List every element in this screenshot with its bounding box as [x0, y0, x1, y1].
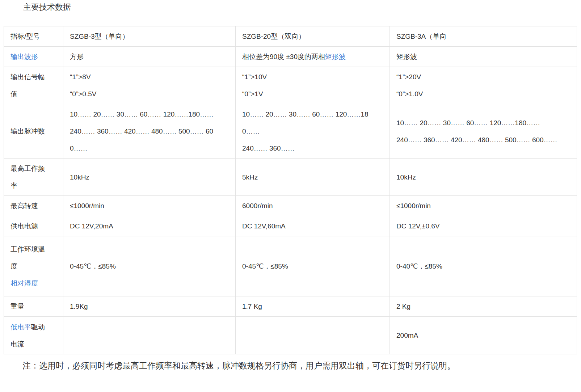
cell-max-frequency-szgb3a: 10kHz	[390, 159, 577, 196]
cell-weight-szgb20: 1.7 Kg	[236, 296, 390, 317]
cell-environment-szgb3: 0-45℃，≤85%	[63, 236, 236, 296]
header-szgb20: SZGB-20型（双向）	[236, 26, 390, 47]
environment-label-temp: 工作环境温度	[10, 241, 51, 275]
footnote: 注：选用时，必须同时考虑最高工作频率和最高转速，脉冲数规格另行协商，用户需用双出…	[22, 360, 581, 371]
row-label-environment: 工作环境温度 相对湿度	[4, 236, 63, 296]
pulses-szgb3-line2: 240…… 360…… 420…… 480…… 500…… 600……	[70, 123, 229, 157]
row-label-waveform: 输出波形	[4, 47, 63, 67]
cell-max-frequency-szgb3: 10kHz	[63, 159, 236, 196]
pulses-szgb20-line2: 240…… 360……	[242, 140, 383, 157]
row-waveform: 输出波形 方形 相位差为90度 ±30度的两相矩形波 矩形波	[4, 47, 577, 67]
row-pulses: 输出脉冲数 10…… 20…… 30…… 60…… 120……180…… 240…	[4, 104, 577, 159]
amplitude-szgb3-line2: “0”>0.5V	[70, 85, 229, 102]
link-low-level[interactable]: 低电平	[10, 323, 31, 331]
cell-waveform-szgb3a: 矩形波	[390, 47, 577, 67]
header-szgb3: SZGB-3型（单向）	[63, 26, 236, 47]
link-output-waveform[interactable]: 输出波形	[10, 53, 38, 60]
cell-power-supply-szgb20: DC 12V,60mA	[236, 216, 390, 236]
row-amplitude: 输出信号幅值 “1”>8V “0”>0.5V “1”>10V “0”>1V “1…	[4, 67, 577, 104]
spec-table: 指标/型号 SZGB-3型（单向） SZGB-20型（双向） SZGB-3A（单…	[4, 26, 577, 354]
header-indicator-model: 指标/型号	[4, 26, 63, 47]
cell-max-frequency-szgb20: 5kHz	[236, 159, 390, 196]
header-szgb3a: SZGB-3A（单向	[390, 26, 577, 47]
row-label-max-speed: 最高转速	[4, 196, 63, 216]
row-power-supply: 供电电源 DC 12V,20mA DC 12V,60mA DC 12V,±0.6…	[4, 216, 577, 236]
link-rect-wave[interactable]: 矩形波	[325, 53, 346, 60]
header-row: 指标/型号 SZGB-3型（单向） SZGB-20型（双向） SZGB-3A（单…	[4, 26, 577, 47]
pulses-szgb3a-line1: 10…… 20…… 30…… 60…… 120……180……	[396, 114, 570, 131]
page: 主要技术数据 指标/型号 SZGB-3型（单向） SZGB-20型（双向） SZ…	[0, 0, 581, 392]
amplitude-szgb20-line2: “0”>1V	[242, 85, 383, 102]
cell-environment-szgb3a: 0-40℃，≤85%	[390, 236, 577, 296]
cell-pulses-szgb3: 10…… 20…… 30…… 60…… 120……180…… 240…… 360…	[63, 104, 236, 159]
page-title: 主要技术数据	[0, 0, 581, 12]
cell-drive-current-szgb3	[63, 317, 236, 354]
cell-waveform-szgb3: 方形	[63, 47, 236, 67]
cell-max-speed-szgb3: ≤1000r/min	[63, 196, 236, 216]
pulses-szgb20-line1: 10…… 20…… 30…… 60…… 120……180……	[242, 106, 383, 140]
row-label-power-supply: 供电电源	[4, 216, 63, 236]
cell-drive-current-szgb20	[236, 317, 390, 354]
cell-amplitude-szgb20: “1”>10V “0”>1V	[236, 67, 390, 104]
amplitude-szgb20-line1: “1”>10V	[242, 68, 383, 85]
row-max-frequency: 最高工作频率 10kHz 5kHz 10kHz	[4, 159, 577, 196]
cell-pulses-szgb20: 10…… 20…… 30…… 60…… 120……180…… 240…… 360…	[236, 104, 390, 159]
cell-environment-szgb20: 0-45℃，≤85%	[236, 236, 390, 296]
pulses-szgb3-line1: 10…… 20…… 30…… 60…… 120……180……	[70, 106, 229, 123]
row-max-speed: 最高转速 ≤1000r/min 6000r/min ≤1000r/min	[4, 196, 577, 216]
row-label-pulses: 输出脉冲数	[4, 104, 63, 159]
cell-drive-current-szgb3a: 200mA	[390, 317, 577, 354]
cell-power-supply-szgb3a: DC 12V,±0.6V	[390, 216, 577, 236]
row-label-drive-current: 低电平驱动电流	[4, 317, 63, 354]
waveform-szgb20-text: 相位差为90度 ±30度的两相	[242, 53, 325, 60]
row-drive-current: 低电平驱动电流 200mA	[4, 317, 577, 354]
link-relative-humidity[interactable]: 相对湿度	[10, 279, 38, 287]
cell-weight-szgb3: 1.9Kg	[63, 296, 236, 317]
cell-max-speed-szgb3a: ≤1000r/min	[390, 196, 577, 216]
row-weight: 重量 1.9Kg 1.7 Kg 2 Kg	[4, 296, 577, 317]
row-label-max-frequency: 最高工作频率	[4, 159, 63, 196]
row-label-weight: 重量	[4, 296, 63, 317]
row-label-amplitude: 输出信号幅值	[4, 67, 63, 104]
row-environment: 工作环境温度 相对湿度 0-45℃，≤85% 0-45℃，≤85% 0-40℃，…	[4, 236, 577, 296]
amplitude-szgb3-line1: “1”>8V	[70, 68, 229, 85]
cell-weight-szgb3a: 2 Kg	[390, 296, 577, 317]
cell-amplitude-szgb3a: “1”>20V “0”>1.0V	[390, 67, 577, 104]
cell-pulses-szgb3a: 10…… 20…… 30…… 60…… 120……180…… 240…… 360…	[390, 104, 577, 159]
cell-amplitude-szgb3: “1”>8V “0”>0.5V	[63, 67, 236, 104]
cell-power-supply-szgb3: DC 12V,20mA	[63, 216, 236, 236]
environment-label-humidity-wrap: 相对湿度	[10, 275, 51, 292]
cell-waveform-szgb20: 相位差为90度 ±30度的两相矩形波	[236, 47, 390, 67]
amplitude-szgb3a-line1: “1”>20V	[396, 68, 570, 85]
amplitude-szgb3a-line2: “0”>1.0V	[396, 85, 570, 102]
cell-max-speed-szgb20: 6000r/min	[236, 196, 390, 216]
pulses-szgb3a-line2: 240…… 360…… 420…… 480…… 500…… 600……	[396, 131, 570, 148]
